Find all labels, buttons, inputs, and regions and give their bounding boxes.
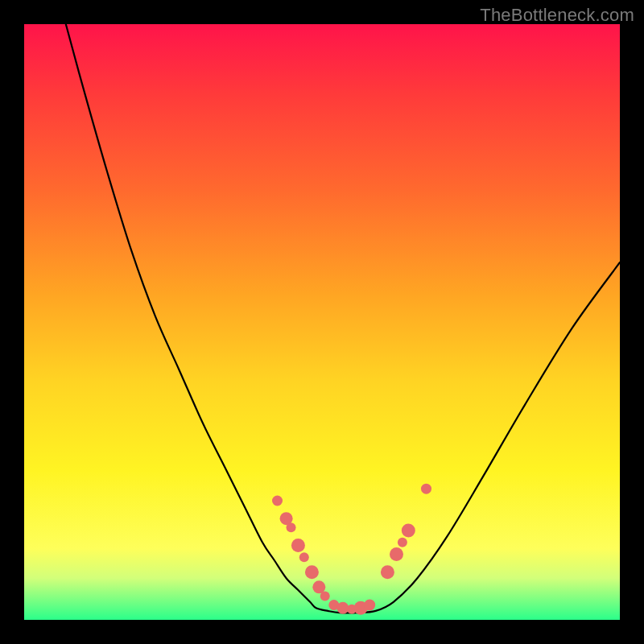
data-point bbox=[364, 600, 375, 611]
data-point bbox=[398, 538, 407, 547]
data-point bbox=[320, 591, 330, 601]
data-point bbox=[402, 524, 415, 538]
data-point bbox=[390, 547, 403, 561]
data-point bbox=[287, 522, 296, 532]
bottleneck-curve bbox=[66, 24, 620, 613]
watermark-text: TheBottleneck.com bbox=[480, 5, 634, 26]
data-point bbox=[272, 496, 283, 506]
data-point bbox=[381, 565, 394, 579]
data-point bbox=[421, 484, 431, 494]
data-point bbox=[305, 565, 319, 579]
chart-plot-area bbox=[24, 24, 620, 620]
data-point bbox=[299, 552, 309, 562]
data-point bbox=[291, 539, 305, 552]
chart-svg bbox=[24, 24, 620, 620]
data-point bbox=[336, 602, 349, 614]
